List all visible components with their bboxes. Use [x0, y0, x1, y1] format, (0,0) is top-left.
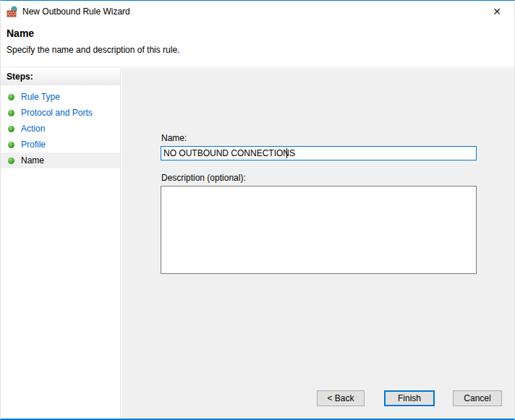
step-item-protocol-and-ports[interactable]: Protocol and Ports	[1, 105, 120, 121]
page-subtitle: Specify the name and description of this…	[7, 45, 179, 55]
green-bullet-icon	[8, 110, 14, 116]
step-label: Name	[21, 155, 44, 166]
green-bullet-icon	[8, 142, 14, 148]
step-item-name-current: Name	[1, 153, 120, 168]
close-button[interactable]: ✕	[482, 1, 511, 22]
description-textarea[interactable]	[161, 186, 477, 274]
close-icon: ✕	[493, 6, 501, 17]
green-bullet-icon	[8, 158, 14, 164]
green-bullet-icon	[8, 94, 14, 100]
name-input-wrap	[161, 146, 477, 160]
step-label: Action	[21, 124, 45, 134]
description-field-label: Description (optional):	[161, 173, 246, 183]
wizard-header: Name Specify the name and description of…	[1, 22, 514, 67]
step-item-profile[interactable]: Profile	[1, 137, 120, 153]
name-input[interactable]	[161, 146, 477, 160]
step-item-action[interactable]: Action	[1, 121, 120, 137]
step-label: Protocol and Ports	[21, 108, 93, 118]
back-button[interactable]: < Back	[317, 390, 365, 406]
main-panel: Name: Description (optional): < Back Fin…	[122, 68, 514, 419]
page-title: Name	[7, 27, 34, 39]
wizard-window: New Outbound Rule Wizard ✕ Name Specify …	[0, 0, 515, 420]
step-item-rule-type[interactable]: Rule Type	[1, 89, 120, 105]
window-title: New Outbound Rule Wizard	[22, 1, 130, 22]
steps-sidebar: Steps: Rule Type Protocol and Ports Acti…	[1, 68, 121, 419]
finish-button[interactable]: Finish	[384, 390, 435, 406]
green-bullet-icon	[8, 126, 14, 132]
steps-list: Rule Type Protocol and Ports Action Prof…	[1, 89, 120, 168]
step-label: Rule Type	[21, 92, 60, 102]
step-label: Profile	[21, 140, 46, 150]
steps-heading: Steps:	[1, 68, 120, 85]
firewall-icon	[7, 6, 18, 17]
titlebar[interactable]: New Outbound Rule Wizard ✕	[1, 1, 514, 22]
cancel-button[interactable]: Cancel	[453, 390, 502, 406]
text-caret	[286, 148, 287, 158]
name-field-label: Name:	[161, 133, 187, 143]
